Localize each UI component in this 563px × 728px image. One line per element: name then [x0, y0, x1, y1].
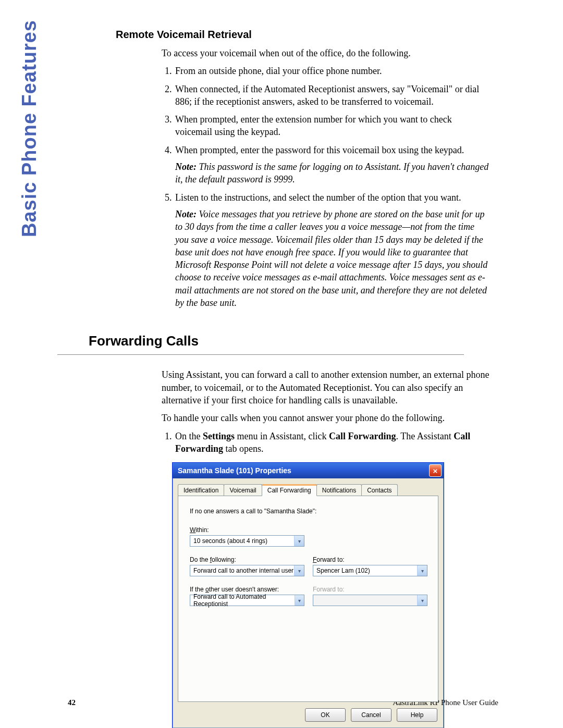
remote-voicemail-body: To access your voicemail when out of the… [162, 47, 490, 309]
other-label-pre: If the [190, 586, 205, 593]
ok-button[interactable]: OK [305, 708, 346, 722]
fwd-p1: Using Assistant, you can forward a call … [162, 368, 490, 406]
rv-steps: From an outside phone, dial your office … [162, 65, 490, 309]
other-user-select[interactable]: Forward call to Automated Receptionist ▾ [190, 595, 304, 606]
rv-step-5: Listen to the instructions, and select t… [174, 191, 490, 310]
within-label: Within: [190, 526, 426, 534]
do-label-pre: Do the [190, 556, 210, 563]
rv-note-5-text: Voice messages that you retrieve by phon… [175, 209, 487, 308]
dialog-button-row: OK Cancel Help [173, 705, 444, 728]
rv-step-5-text: Listen to the instructions, and select t… [175, 192, 461, 203]
forward-to-label-1: Forward to: [313, 556, 427, 563]
fwd-step-1: On the Settings menu in Assistant, click… [174, 430, 490, 455]
dialog-tabs: Identification Voicemail Call Forwarding… [173, 478, 444, 496]
fwd-s1-a: On the [175, 431, 203, 441]
rv-step-4: When prompted, enter the password for th… [174, 144, 490, 186]
page-number: 42 [68, 698, 76, 707]
chevron-down-icon: ▾ [295, 595, 304, 606]
dialog-titlebar[interactable]: Samantha Slade (101) Properties × [173, 463, 444, 478]
chevron-down-icon: ▾ [417, 565, 427, 576]
fwd-p2: To handle your calls when you cannot ans… [162, 412, 490, 424]
other-user-value: Forward call to Automated Receptionist [193, 593, 295, 608]
forwarding-body: Using Assistant, you can forward a call … [162, 368, 490, 455]
fwd-s1-e: . The Assistant [396, 431, 454, 441]
do-following-value: Forward call to another internal user [193, 567, 293, 574]
chevron-down-icon: ▾ [417, 595, 427, 606]
fwd-steps: On the Settings menu in Assistant, click… [162, 430, 490, 455]
rv-intro: To access your voicemail when out of the… [162, 47, 490, 59]
other-label-post: ther user doesn't answer: [209, 586, 279, 593]
tab-panel-call-forwarding: If no one answers a call to "Samantha Sl… [178, 496, 438, 702]
rv-note-4: Note: This password is the same for logg… [175, 161, 490, 186]
within-label-u: W [190, 526, 195, 534]
fwd-s1-b: Settings [203, 431, 235, 441]
tab-notifications[interactable]: Notifications [316, 484, 362, 496]
forward-to-select-2: ▾ [313, 595, 427, 606]
rv-step-2: When connected, if the Automated Recepti… [174, 83, 490, 108]
close-icon: × [433, 467, 438, 475]
side-tab-title: Basic Phone Features [18, 0, 41, 20]
other-label-u: o [205, 586, 209, 593]
fwd-s1-d: Call Forwarding [329, 431, 396, 441]
rv-step-4-text: When prompted, enter the password for th… [175, 145, 464, 155]
cancel-button[interactable]: Cancel [351, 708, 391, 722]
do-following-label: Do the following: [190, 556, 304, 563]
side-tab-title-text: Basic Phone Features [18, 20, 41, 237]
do-label-post: ollowing: [212, 556, 236, 563]
help-button[interactable]: Help [397, 708, 437, 722]
rv-note-5-lead: Note: [175, 209, 197, 219]
rv-step-1: From an outside phone, dial your office … [174, 65, 490, 77]
forward-to-select-1[interactable]: Spencer Lam (102) ▾ [313, 565, 427, 576]
close-button[interactable]: × [429, 464, 442, 477]
tab-contacts[interactable]: Contacts [361, 484, 397, 496]
within-value: 10 seconds (about 4 rings) [193, 537, 267, 545]
content-area: Remote Voicemail Retrieval To access you… [89, 29, 490, 728]
rv-step-3: When prompted, enter the extension numbe… [174, 113, 490, 139]
dialog-screenshot: Samantha Slade (101) Properties × Identi… [172, 462, 490, 728]
section-divider [57, 354, 464, 355]
rv-note-4-lead: Note: [175, 162, 197, 172]
fwd1-label-rest: orward to: [316, 556, 344, 563]
rv-note-5: Note: Voice messages that you retrieve b… [175, 208, 490, 309]
fwd-s1-g: tab opens. [223, 443, 263, 454]
heading-remote-voicemail: Remote Voicemail Retrieval [116, 29, 490, 41]
page: Basic Phone Features Remote Voicemail Re… [0, 0, 563, 728]
dialog-title: Samantha Slade (101) Properties [178, 466, 291, 475]
heading-forwarding-calls: Forwarding Calls [89, 333, 490, 351]
other-user-label: If the other user doesn't answer: [190, 586, 304, 593]
chevron-down-icon: ▾ [294, 565, 304, 576]
chevron-down-icon: ▾ [294, 536, 304, 546]
tab-call-forwarding[interactable]: Call Forwarding [262, 484, 317, 496]
rv-note-4-text: This password is the same for logging on… [175, 162, 488, 184]
do-following-select[interactable]: Forward call to another internal user ▾ [190, 565, 304, 576]
within-select[interactable]: 10 seconds (about 4 rings) ▾ [190, 535, 304, 547]
tab-identification[interactable]: Identification [178, 484, 224, 496]
properties-dialog: Samantha Slade (101) Properties × Identi… [172, 462, 444, 728]
tab-voicemail[interactable]: Voicemail [224, 484, 262, 496]
fwd-s1-c: menu in Assistant, click [235, 431, 329, 441]
within-label-rest: ithin: [195, 526, 209, 534]
forward-to-value-1: Spencer Lam (102) [316, 567, 370, 574]
forward-to-label-2: Forward to: [313, 586, 427, 593]
prompt-label: If no one answers a call to "Samantha Sl… [190, 508, 426, 515]
